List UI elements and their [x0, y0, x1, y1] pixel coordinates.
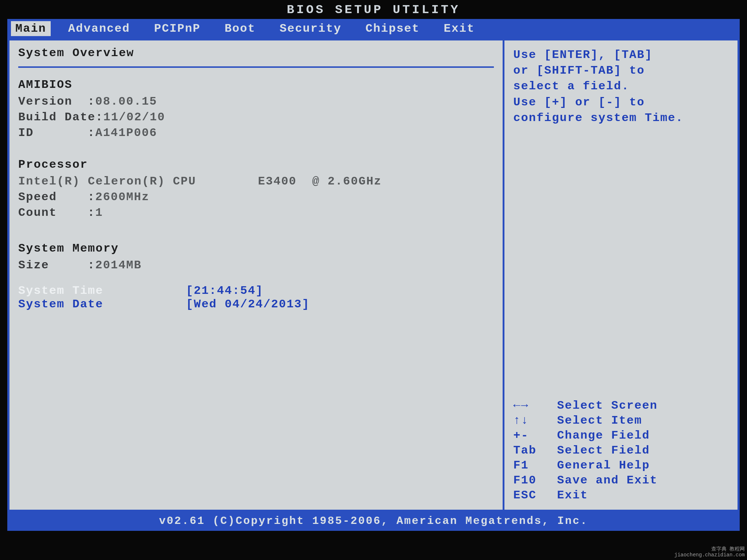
amibios-heading: AMIBIOS: [18, 78, 494, 92]
amibios-id-label: ID: [18, 125, 88, 141]
bios-screen: BIOS SETUP UTILITY Main Advanced PCIPnP …: [7, 0, 740, 531]
amibios-id-row: ID : A141P006: [18, 125, 494, 141]
processor-count-value: 1: [95, 205, 103, 221]
help-key-row: ←→ Select Screen: [513, 398, 729, 413]
help-key-row: F1 General Help: [513, 458, 729, 473]
menu-tab-chipset[interactable]: Chipset: [359, 21, 426, 36]
memory-size-value: 2014MB: [95, 257, 142, 273]
memory-size-label: Size: [18, 257, 88, 273]
help-key-row: F10 Save and Exit: [513, 473, 729, 488]
amibios-version-value: 08.00.15: [95, 94, 157, 109]
menu-tab-main[interactable]: Main: [11, 21, 51, 36]
amibios-version-row: Version : 08.00.15: [18, 94, 494, 109]
processor-speed-value: 2600MHz: [95, 189, 149, 205]
help-key-desc: Select Field: [557, 443, 650, 458]
processor-name: Intel(R) Celeron(R) CPU E3400 @ 2.60GHz: [18, 174, 494, 189]
amibios-builddate-row: Build Date : 11/02/10: [18, 109, 494, 125]
processor-speed-row: Speed : 2600MHz: [18, 189, 494, 205]
help-key: Tab: [513, 443, 557, 458]
help-key-row: +- Change Field: [513, 428, 729, 443]
content-area: System Overview AMIBIOS Version : 08.00.…: [7, 38, 740, 512]
watermark-line: 查字典 教程网: [674, 547, 745, 552]
help-key: +-: [513, 428, 557, 443]
help-key-desc: Select Screen: [557, 398, 658, 413]
processor-count-label: Count: [18, 205, 88, 221]
processor-heading: Processor: [18, 158, 494, 171]
help-key-desc: Exit: [557, 488, 588, 503]
amibios-version-label: Version: [18, 94, 88, 109]
section-title: System Overview: [18, 46, 494, 60]
footer-copyright: v02.61 (C)Copyright 1985-2006, American …: [7, 512, 740, 531]
divider: [18, 66, 494, 68]
help-line: configure system Time.: [513, 110, 729, 126]
help-key-row: Tab Select Field: [513, 443, 729, 458]
memory-heading: System Memory: [18, 242, 494, 255]
memory-size-row: Size : 2014MB: [18, 257, 494, 273]
help-key-desc: General Help: [557, 458, 650, 473]
system-time-value[interactable]: [21:44:54]: [186, 284, 263, 298]
system-date-label: System Date: [18, 298, 186, 311]
help-line: or [SHIFT-TAB] to: [513, 63, 729, 78]
help-keys: ←→ Select Screen ↑↓ Select Item +- Chang…: [513, 398, 729, 503]
help-key: ESC: [513, 488, 557, 503]
window-title: BIOS SETUP UTILITY: [7, 0, 740, 19]
help-key-row: ESC Exit: [513, 488, 729, 503]
help-line: Use [+] or [-] to: [513, 94, 729, 110]
system-date-value[interactable]: [Wed 04/24/2013]: [186, 298, 310, 311]
help-text: Use [ENTER], [TAB] or [SHIFT-TAB] to sel…: [513, 47, 729, 126]
processor-count-row: Count : 1: [18, 205, 494, 221]
amibios-builddate-label: Build Date: [18, 109, 96, 125]
help-key-row: ↑↓ Select Item: [513, 413, 729, 428]
menu-tab-advanced[interactable]: Advanced: [62, 21, 137, 36]
main-pane: System Overview AMIBIOS Version : 08.00.…: [9, 40, 504, 510]
help-key-desc: Select Item: [557, 413, 642, 428]
menu-tab-security[interactable]: Security: [273, 21, 348, 36]
help-line: select a field.: [513, 78, 729, 94]
help-key: F1: [513, 458, 557, 473]
menu-tab-pcipnp[interactable]: PCIPnP: [147, 21, 207, 36]
help-line: Use [ENTER], [TAB]: [513, 47, 729, 63]
system-time-row[interactable]: System Time [21:44:54]: [18, 284, 494, 298]
help-key-desc: Save and Exit: [557, 473, 658, 488]
amibios-id-value: A141P006: [95, 125, 157, 141]
help-key: F10: [513, 473, 557, 488]
help-key-desc: Change Field: [557, 428, 650, 443]
system-date-row[interactable]: System Date [Wed 04/24/2013]: [18, 298, 494, 311]
processor-speed-label: Speed: [18, 189, 88, 205]
system-time-label: System Time: [18, 284, 186, 298]
help-key: ←→: [513, 398, 557, 413]
help-key: ↑↓: [513, 413, 557, 428]
help-pane: Use [ENTER], [TAB] or [SHIFT-TAB] to sel…: [504, 40, 738, 510]
watermark: 查字典 教程网 jiaocheng.chazidian.com: [674, 547, 745, 558]
menu-tab-boot[interactable]: Boot: [218, 21, 262, 36]
amibios-builddate-value: 11/02/10: [103, 109, 165, 125]
menu-tab-exit[interactable]: Exit: [437, 21, 481, 36]
watermark-line: jiaocheng.chazidian.com: [674, 552, 745, 558]
menu-bar: Main Advanced PCIPnP Boot Security Chips…: [7, 19, 740, 38]
